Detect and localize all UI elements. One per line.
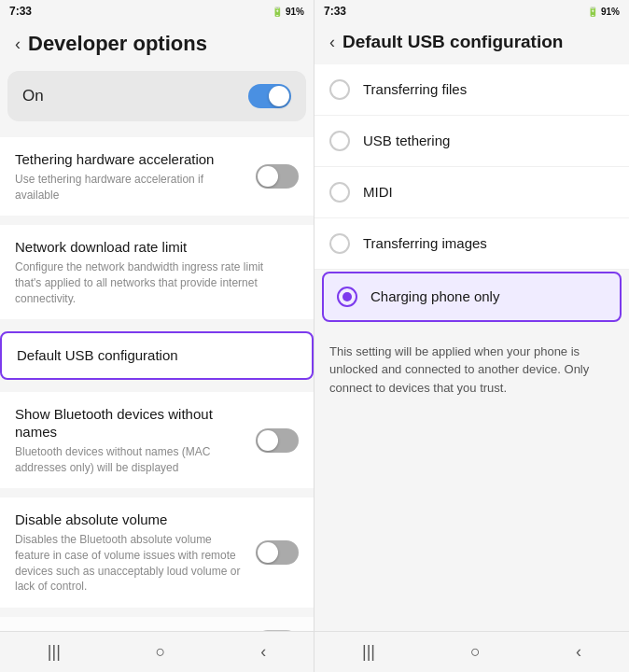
usb-option-transferring-images[interactable]: Transferring images <box>314 218 629 270</box>
divider-5 <box>0 489 314 497</box>
developer-options-toggle[interactable] <box>248 84 291 108</box>
right-recent-button[interactable]: ||| <box>343 635 394 669</box>
disable-abs-volume-title: Disable absolute volume <box>15 511 246 529</box>
right-battery-icon: 🔋 <box>587 7 598 17</box>
right-panel: 7:33 🔋 91% ‹ Default USB configuration T… <box>314 0 629 672</box>
right-back-button[interactable]: ‹ <box>329 33 335 52</box>
usb-options-list: Transferring files USB tethering MIDI Tr… <box>314 64 629 270</box>
right-status-icons: 🔋 91% <box>587 7 620 17</box>
right-home-button[interactable]: ○ <box>452 635 499 669</box>
left-page-title: Developer options <box>28 32 207 56</box>
battery-icon: 🔋 <box>272 7 283 17</box>
right-back-nav-button[interactable]: ‹ <box>557 635 600 669</box>
network-download-subtitle: Configure the network bandwidth ingress … <box>15 259 289 306</box>
bluetooth-no-names-title: Show Bluetooth devices without names <box>15 405 246 441</box>
usb-info-text-box: This setting will be applied when your p… <box>314 329 629 411</box>
divider-4 <box>0 384 314 391</box>
usb-option-transferring-files[interactable]: Transferring files <box>314 64 629 116</box>
tethering-hardware-title: Tethering hardware acceleration <box>15 150 246 169</box>
left-status-icons: 🔋 91% <box>272 7 304 17</box>
network-download-text: Network download rate limit Configure th… <box>15 238 299 306</box>
left-time: 7:33 <box>9 5 32 18</box>
left-home-button[interactable]: ○ <box>137 635 185 669</box>
disable-abs-volume-subtitle: Disables the Bluetooth absolute volume f… <box>15 532 246 595</box>
network-download-item[interactable]: Network download rate limit Configure th… <box>0 225 314 319</box>
left-content: On Tethering hardware acceleration Use t… <box>0 67 314 631</box>
divider-6 <box>0 609 314 616</box>
bluetooth-no-names-item[interactable]: Show Bluetooth devices without names Blu… <box>0 392 314 489</box>
left-header: ‹ Developer options <box>0 22 314 67</box>
default-usb-title: Default USB configuration <box>17 346 287 365</box>
on-label: On <box>22 87 44 105</box>
avg-blocklist-toggle[interactable] <box>256 630 299 631</box>
left-panel: 7:33 🔋 91% ‹ Developer options On Tether… <box>0 0 314 672</box>
divider-2 <box>0 217 314 224</box>
left-back-nav-button[interactable]: ‹ <box>242 635 285 669</box>
usb-option-transferring-files-label: Transferring files <box>363 81 467 97</box>
right-header: ‹ Default USB configuration <box>314 22 629 64</box>
usb-option-midi-label: MIDI <box>363 184 393 200</box>
divider-3 <box>0 320 314 328</box>
divider-1 <box>0 129 314 136</box>
default-usb-item[interactable]: Default USB configuration <box>0 331 314 380</box>
left-status-bar: 7:33 🔋 91% <box>0 0 314 22</box>
on-toggle-row[interactable]: On <box>7 71 306 121</box>
tethering-hardware-subtitle: Use tethering hardware acceleration if a… <box>15 172 246 203</box>
left-bottom-nav: ||| ○ ‹ <box>0 631 314 672</box>
disable-abs-volume-item[interactable]: Disable absolute volume Disables the Blu… <box>0 497 314 608</box>
bluetooth-no-names-toggle[interactable] <box>256 428 299 453</box>
network-download-title: Network download rate limit <box>15 238 289 257</box>
radio-usb-tethering[interactable] <box>329 131 350 151</box>
tethering-hardware-toggle[interactable] <box>256 164 299 189</box>
tethering-hardware-item[interactable]: Tethering hardware acceleration Use teth… <box>0 137 314 216</box>
right-page-title: Default USB configuration <box>342 32 563 53</box>
right-bottom-nav: ||| ○ ‹ <box>314 631 629 672</box>
bluetooth-no-names-text: Show Bluetooth devices without names Blu… <box>15 405 256 476</box>
radio-midi[interactable] <box>329 182 350 203</box>
usb-option-charging-only[interactable]: Charging phone only <box>322 272 622 322</box>
usb-info-text: This setting will be applied when your p… <box>329 343 614 398</box>
usb-option-usb-tethering-label: USB tethering <box>363 133 450 148</box>
left-back-button[interactable]: ‹ <box>15 35 21 54</box>
default-usb-text: Default USB configuration <box>17 346 297 365</box>
usb-option-charging-only-label: Charging phone only <box>370 288 499 304</box>
disable-abs-volume-text: Disable absolute volume Disables the Blu… <box>15 511 256 595</box>
usb-option-midi[interactable]: MIDI <box>314 167 629 218</box>
radio-charging-only[interactable] <box>337 287 357 307</box>
disable-abs-volume-toggle[interactable] <box>256 540 299 565</box>
tethering-hardware-text: Tethering hardware acceleration Use teth… <box>15 150 256 203</box>
left-recent-button[interactable]: ||| <box>29 635 79 669</box>
right-content: Transferring files USB tethering MIDI Tr… <box>314 64 629 631</box>
right-time: 7:33 <box>324 5 346 18</box>
usb-option-usb-tethering[interactable]: USB tethering <box>314 116 629 167</box>
bluetooth-no-names-subtitle: Bluetooth devices without names (MAC add… <box>15 444 246 476</box>
radio-transferring-files[interactable] <box>329 79 350 100</box>
radio-transferring-images[interactable] <box>329 233 350 254</box>
avg-blocklist-item[interactable]: Turn off AVG blocklist... <box>0 617 314 631</box>
right-status-bar: 7:33 🔋 91% <box>314 0 629 22</box>
usb-option-transferring-images-label: Transferring images <box>363 235 487 251</box>
